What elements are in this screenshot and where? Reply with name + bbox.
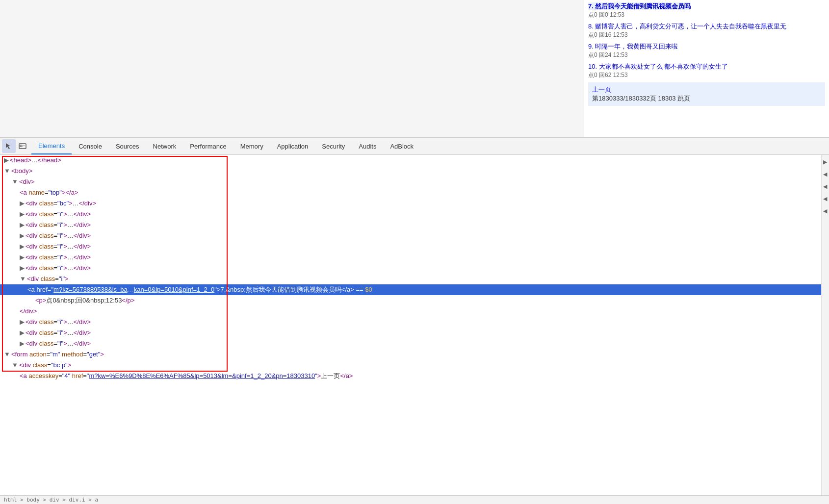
dom-line[interactable]: </div>: [0, 306, 821, 317]
dom-line[interactable]: ▶<div class="i">…</div>: [0, 220, 821, 230]
dom-icon: [19, 142, 26, 150]
dom-line[interactable]: ▶<div class="bc">…</div>: [0, 198, 821, 209]
tab-console[interactable]: Console: [72, 138, 109, 154]
dom-line[interactable]: ▶<div class="i">…</div>: [0, 263, 821, 274]
pagination-area: 上一页 第1830333/1830332页 18303 跳页: [588, 82, 825, 106]
dom-tree-panel[interactable]: ▶<head>…</head>▼<body>▼<div><a name="top…: [0, 155, 821, 495]
tab-audits[interactable]: Audits: [352, 138, 383, 154]
dom-line[interactable]: ▶<div class="i">…</div>: [0, 317, 821, 328]
dom-line[interactable]: ▼<body>: [0, 166, 821, 176]
dom-tree: ▶<head>…</head>▼<body>▼<div><a name="top…: [0, 155, 821, 381]
forum-item-meta: 点0 回24 12:53: [588, 51, 825, 59]
right-panel-label-3: ◀: [821, 181, 829, 192]
dom-line[interactable]: ▶<div class="i">…</div>: [0, 328, 821, 338]
forum-item-link[interactable]: 10. 大家都不喜欢处女了么 都不喜欢保守的女生了: [588, 63, 728, 70]
dom-path: html > body > div > div.i > a: [4, 497, 98, 503]
tab-network[interactable]: Network: [146, 138, 183, 154]
right-panel-label-4: ◀: [821, 194, 829, 204]
dom-line[interactable]: ▼<div class="i">: [0, 274, 821, 284]
dom-line[interactable]: ▶<div class="i">…</div>: [0, 241, 821, 252]
dom-line[interactable]: ▶<div class="i">…</div>: [0, 209, 821, 220]
forum-item: 8. 赌博害人害己，高利贷文分可恶，让一个人失去自我吞噬在黑夜里无点0 回16 …: [588, 22, 825, 39]
bottom-status-bar: html > body > div > div.i > a: [0, 495, 829, 504]
dom-line[interactable]: ▼<form action="m" method="get">: [0, 349, 821, 360]
tab-performance[interactable]: Performance: [183, 138, 233, 154]
tab-security[interactable]: Security: [315, 138, 352, 154]
dom-line[interactable]: ▼<div class="bc p">: [0, 360, 821, 371]
dom-line[interactable]: ▶<div class="i">…</div>: [0, 230, 821, 241]
svg-rect-1: [20, 145, 22, 147]
forum-items-list: 7. 然后我今天能借到腾讯视频会员吗点0 回0 12:538. 赌博害人害己，高…: [588, 2, 825, 79]
forum-item: 7. 然后我今天能借到腾讯视频会员吗点0 回0 12:53: [588, 2, 825, 19]
devtools-tabs: ElementsConsoleSourcesNetworkPerformance…: [31, 138, 420, 154]
forum-item: 10. 大家都不喜欢处女了么 都不喜欢保守的女生了点0 回62 12:53: [588, 62, 825, 79]
dom-line[interactable]: ▶<head>…</head>: [0, 155, 821, 166]
dom-line[interactable]: <a name="top"></a>: [0, 187, 821, 198]
forum-item: 9. 时隔一年，我黄图哥又回来啦点0 回24 12:53: [588, 42, 825, 59]
cursor-icon-button[interactable]: [2, 139, 16, 153]
tab-elements[interactable]: Elements: [31, 138, 72, 154]
forum-item-link[interactable]: 7. 然后我今天能借到腾讯视频会员吗: [588, 2, 691, 10]
right-panel-label-2: ◀: [821, 169, 829, 179]
forum-item-meta: 点0 回16 12:53: [588, 31, 825, 39]
devtools-toolbar: ElementsConsoleSourcesNetworkPerformance…: [0, 137, 829, 155]
tab-application[interactable]: Application: [270, 138, 315, 154]
prev-page-link[interactable]: 上一页: [592, 86, 611, 93]
browser-left-panel: [0, 0, 584, 137]
dom-line[interactable]: ▶<div class="i">…</div>: [0, 338, 821, 349]
browser-right-panel: 7. 然后我今天能借到腾讯视频会员吗点0 回0 12:538. 赌博害人害己，高…: [584, 0, 829, 137]
forum-item-link[interactable]: 8. 赌博害人害己，高利贷文分可恶，让一个人失去自我吞噬在黑夜里无: [588, 23, 786, 30]
right-panel-label-5: ◀: [821, 206, 829, 216]
tab-adblock[interactable]: AdBlock: [383, 138, 420, 154]
dom-inspect-button[interactable]: [16, 139, 29, 153]
forum-item-meta: 点0 回62 12:53: [588, 71, 825, 79]
tab-sources[interactable]: Sources: [109, 138, 146, 154]
cursor-icon: [5, 142, 13, 150]
dom-line[interactable]: <p>点0&nbsp;回0&nbsp;12:53</p>: [0, 295, 821, 306]
tab-memory[interactable]: Memory: [233, 138, 270, 154]
browser-content: 7. 然后我今天能借到腾讯视频会员吗点0 回0 12:538. 赌博害人害己，高…: [0, 0, 829, 137]
right-panel-buttons: ▶ ◀ ◀ ◀ ◀: [821, 155, 829, 495]
dom-line[interactable]: ▼<div>: [0, 176, 821, 187]
devtools-main-panel: ▶<head>…</head>▼<body>▼<div><a name="top…: [0, 155, 829, 495]
dom-line[interactable]: <a href="m?kz=5673889538&is_ba…kan=0&lp=…: [0, 284, 821, 295]
forum-item-link[interactable]: 9. 时隔一年，我黄图哥又回来啦: [588, 43, 678, 50]
pagination-info: 第1830333/1830332页 18303 跳页: [592, 95, 690, 102]
dom-line[interactable]: ▶<div class="i">…</div>: [0, 252, 821, 263]
right-panel-label-1: ▶: [821, 157, 829, 167]
forum-item-meta: 点0 回0 12:53: [588, 11, 825, 19]
dom-line[interactable]: <a accesskey="4" href="m?kw=%E6%9D%8E%E6…: [0, 371, 821, 381]
